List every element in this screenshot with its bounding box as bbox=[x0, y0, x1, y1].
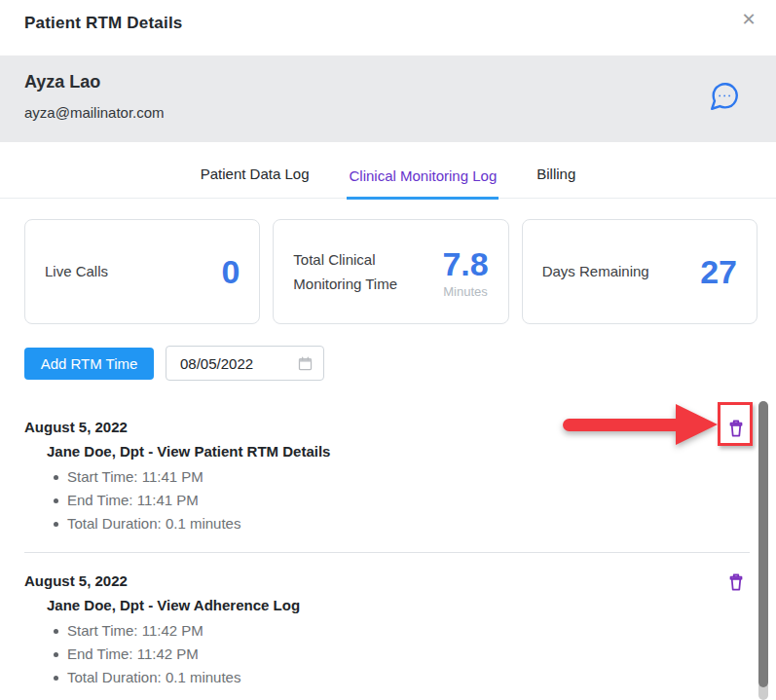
close-icon[interactable]: ✕ bbox=[735, 6, 762, 33]
tab-bar: Patient Data Log Clinical Monitoring Log… bbox=[0, 142, 776, 199]
stat-label: Days Remaining bbox=[542, 259, 649, 284]
log-entry-date: August 5, 2022 bbox=[24, 572, 711, 589]
page-title: Patient RTM Details bbox=[24, 14, 183, 33]
delete-entry-button[interactable] bbox=[722, 569, 750, 596]
log-entry-details: Start Time: 11:41 PM End Time: 11:41 PM … bbox=[56, 468, 711, 533]
date-picker-field[interactable] bbox=[166, 346, 324, 381]
patient-banner: Ayza Lao ayza@mailinator.com bbox=[0, 55, 776, 142]
log-detail-end-time: End Time: 11:41 PM bbox=[56, 492, 711, 509]
scrollbar-thumb[interactable] bbox=[758, 401, 768, 687]
stat-value: 27 bbox=[700, 253, 737, 291]
log-detail-end-time: End Time: 11:42 PM bbox=[56, 645, 711, 663]
log-entry-title: Jane Doe, Dpt - View Adherence Log bbox=[47, 597, 711, 613]
stat-value: 0 bbox=[221, 253, 240, 291]
log-entry-details: Start Time: 11:42 PM End Time: 11:42 PM … bbox=[56, 622, 711, 686]
log-detail-start-time: Start Time: 11:42 PM bbox=[56, 622, 711, 640]
calendar-icon[interactable] bbox=[297, 355, 314, 372]
log-entry-title: Jane Doe, Dpt - View Patient RTM Details bbox=[47, 443, 711, 460]
tab-patient-data-log[interactable]: Patient Data Log bbox=[199, 166, 312, 198]
modal-header: Patient RTM Details ✕ bbox=[0, 0, 776, 55]
patient-rtm-details-modal: Patient RTM Details ✕ Ayza Lao ayza@mail… bbox=[0, 0, 776, 700]
patient-name: Ayza Lao bbox=[24, 72, 100, 92]
log-entry: August 5, 2022 Jane Doe, Dpt - View Pati… bbox=[24, 399, 750, 553]
patient-email: ayza@mailinator.com bbox=[24, 104, 165, 121]
stat-value-block: 7.8 Minutes bbox=[442, 245, 488, 299]
stat-label: Total Clinical Monitoring Time bbox=[293, 247, 439, 297]
stat-card-monitoring-time: Total Clinical Monitoring Time 7.8 Minut… bbox=[273, 219, 508, 324]
clinical-monitoring-log-list: August 5, 2022 Jane Doe, Dpt - View Pati… bbox=[24, 399, 750, 700]
stat-value: 7.8 bbox=[442, 245, 488, 283]
actions-row: Add RTM Time bbox=[24, 346, 324, 381]
log-detail-duration: Total Duration: 0.1 minutes bbox=[56, 515, 711, 533]
log-detail-duration: Total Duration: 0.1 minutes bbox=[56, 669, 711, 686]
trash-icon bbox=[725, 571, 747, 593]
delete-entry-button[interactable] bbox=[722, 415, 750, 442]
stats-row: Live Calls 0 Total Clinical Monitoring T… bbox=[24, 219, 758, 324]
log-entry-date: August 5, 2022 bbox=[24, 419, 711, 435]
stat-card-days-remaining: Days Remaining 27 bbox=[522, 219, 758, 324]
trash-icon bbox=[725, 418, 747, 439]
chat-message-button[interactable] bbox=[708, 80, 741, 113]
stat-label: Live Calls bbox=[45, 259, 108, 284]
tab-billing[interactable]: Billing bbox=[535, 166, 577, 198]
log-entry: August 5, 2022 Jane Doe, Dpt - View Adhe… bbox=[24, 553, 750, 700]
stat-unit: Minutes bbox=[443, 284, 488, 299]
date-input[interactable] bbox=[180, 355, 282, 372]
log-detail-start-time: Start Time: 11:41 PM bbox=[56, 468, 711, 486]
tab-clinical-monitoring-log[interactable]: Clinical Monitoring Log bbox=[347, 167, 499, 200]
chat-bubble-icon bbox=[708, 101, 741, 116]
stat-card-live-calls: Live Calls 0 bbox=[24, 219, 260, 324]
add-rtm-time-button[interactable]: Add RTM Time bbox=[24, 348, 154, 380]
